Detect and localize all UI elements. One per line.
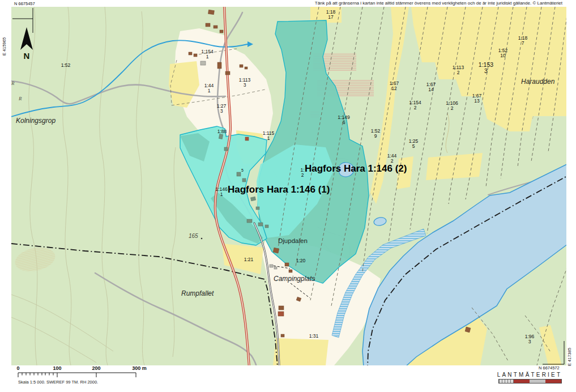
- lantmateriet-logo-text: LANTMÄTERIET: [496, 372, 563, 378]
- pond: [339, 163, 354, 177]
- coordinate-right-east: E 417385: [567, 338, 572, 366]
- map-canvas: [11, 7, 566, 365]
- scale-bar: 0 100 200 300 m Skala 1:5 000. SWEREF 99…: [16, 365, 157, 388]
- scale-tick-300: 300 m: [132, 365, 147, 371]
- coordinate-top-left-north: N 6675457: [14, 1, 35, 6]
- spot-height-dot: [201, 238, 203, 240]
- lantmateriet-logo: LANTMÄTERIET: [496, 372, 563, 384]
- scale-tick-100: 100: [53, 365, 61, 371]
- map-disclaimer: Tänk på att gränserna i kartan inte allt…: [315, 1, 562, 6]
- scale-caption: Skala 1:5 000. SWEREF 99 TM. RH 2000.: [18, 380, 98, 385]
- coordinate-bottom-right-north: N 6674572: [539, 365, 560, 370]
- map-export-page: { "header": { "disclaimer": "Tänk på att…: [0, 0, 576, 392]
- coordinate-left-east: E 415965: [2, 20, 7, 56]
- map-image: [11, 7, 566, 365]
- scale-bar-ruler: [16, 372, 146, 379]
- scale-tick-0: 0: [16, 365, 19, 371]
- scale-tick-200: 200: [92, 365, 100, 371]
- lantmateriet-logo-bar-icon: [498, 379, 562, 384]
